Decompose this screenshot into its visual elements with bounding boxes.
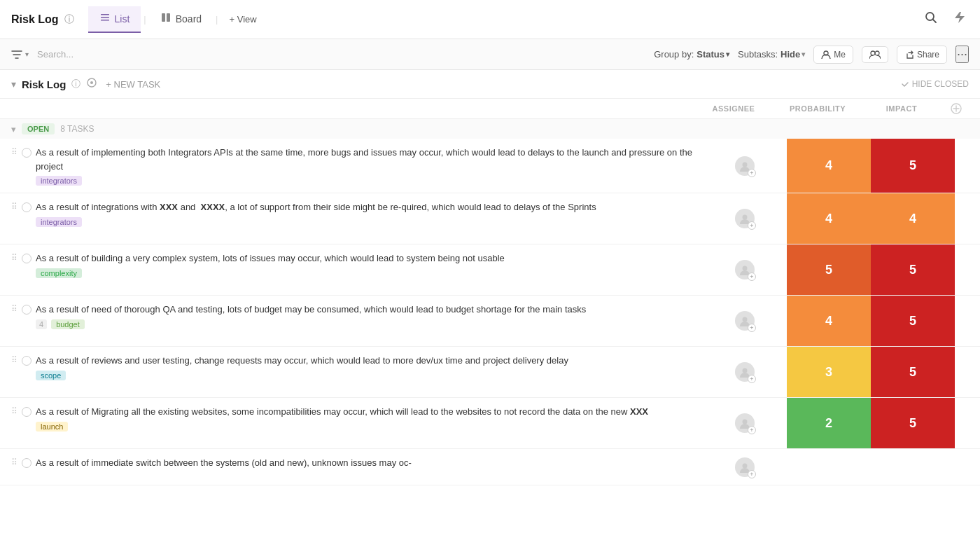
add-assignee-icon[interactable]: + xyxy=(748,169,756,177)
task-title[interactable]: As a result of integrations with XXX and… xyxy=(36,200,697,214)
impact-score[interactable]: 5 xyxy=(871,398,955,448)
task-tag[interactable]: launch xyxy=(36,422,68,432)
avatar[interactable]: + xyxy=(735,156,755,176)
impact-score[interactable]: 5 xyxy=(871,244,955,295)
more-button[interactable]: ··· xyxy=(955,46,969,63)
filter-button[interactable]: ▾ xyxy=(11,49,29,60)
task-checkbox[interactable] xyxy=(22,356,31,366)
add-assignee-icon[interactable]: + xyxy=(748,426,756,434)
task-title[interactable]: As a result of reviews and user testing,… xyxy=(36,354,697,368)
probability-score[interactable]: 2 xyxy=(787,398,871,448)
drag-handle[interactable]: ⠿ xyxy=(11,355,18,365)
search-button[interactable] xyxy=(921,8,941,31)
impact-score[interactable]: 5 xyxy=(871,296,955,346)
open-section-collapse[interactable]: ▾ xyxy=(11,124,16,134)
task-meta: complexity xyxy=(36,268,697,278)
table-row: ⠿ As a result of reviews and user testin… xyxy=(0,347,980,398)
task-checkbox[interactable] xyxy=(22,305,31,315)
impact-score[interactable]: 4 xyxy=(871,193,955,244)
probability-cell: 4 xyxy=(787,139,871,193)
task-content: As a result of immediate switch between … xyxy=(36,456,697,473)
task-tag[interactable]: scope xyxy=(36,371,66,380)
drag-handle[interactable]: ⠿ xyxy=(11,406,18,416)
task-tag[interactable]: budget xyxy=(51,319,85,329)
drag-handle[interactable]: ⠿ xyxy=(11,457,18,467)
impact-cell: 5 xyxy=(871,296,955,346)
probability-cell: 4 xyxy=(787,193,871,244)
header: Risk Log ⓘ List | Board | + View xyxy=(0,0,980,39)
task-title[interactable]: As a result of building a very complex s… xyxy=(36,251,697,265)
task-title[interactable]: As a result of Migrating all the existin… xyxy=(36,405,697,419)
probability-score[interactable]: 4 xyxy=(787,193,871,244)
add-assignee-icon[interactable]: + xyxy=(748,375,756,383)
drag-handle[interactable]: ⠿ xyxy=(11,202,18,212)
add-assignee-icon[interactable]: + xyxy=(748,272,756,281)
task-left-6: ⠿ As a result of Migrating all the exist… xyxy=(0,398,703,448)
avatar[interactable]: + xyxy=(735,362,755,382)
share-button[interactable]: Share xyxy=(897,46,947,64)
task-tag[interactable]: integrators xyxy=(36,217,82,227)
task-title[interactable]: As a result of implementing both Integra… xyxy=(36,146,697,173)
drag-handle[interactable]: ⠿ xyxy=(11,304,18,314)
task-checkbox[interactable] xyxy=(22,254,31,263)
avatar[interactable]: + xyxy=(735,311,755,331)
impact-column-header: IMPACT xyxy=(860,104,944,113)
task-content: As a result of integrations with XXX and… xyxy=(36,200,697,227)
group-by-value[interactable]: Status ▾ xyxy=(696,49,729,60)
avatar[interactable]: + xyxy=(735,260,755,280)
task-checkbox[interactable] xyxy=(22,407,31,417)
task-title[interactable]: As a result of immediate switch between … xyxy=(36,456,697,470)
section-info-icon[interactable]: ⓘ xyxy=(71,78,80,90)
assignees-button[interactable] xyxy=(862,46,888,63)
probability-score[interactable]: 4 xyxy=(787,296,871,346)
add-assignee-icon[interactable]: + xyxy=(748,324,756,332)
avatar[interactable]: + xyxy=(735,457,755,477)
tasks-count: 8 TASKS xyxy=(60,124,94,134)
probability-cell: 3 xyxy=(787,347,871,397)
avatar[interactable]: + xyxy=(735,209,755,228)
subtasks-value[interactable]: Hide ▾ xyxy=(780,49,805,60)
svg-rect-0 xyxy=(101,14,109,15)
header-actions xyxy=(921,8,969,31)
drag-handle[interactable]: ⠿ xyxy=(11,147,18,157)
board-icon xyxy=(160,12,172,26)
probability-column-header: PROBABILITY xyxy=(776,104,860,113)
avatar[interactable]: + xyxy=(735,413,755,433)
probability-score[interactable]: 3 xyxy=(787,347,871,397)
probability-cell xyxy=(787,449,871,485)
impact-score[interactable]: 5 xyxy=(871,139,955,193)
add-view-button[interactable]: + View xyxy=(221,10,265,29)
drag-handle[interactable]: ⠿ xyxy=(11,253,18,263)
task-assignee: + xyxy=(703,449,787,485)
task-number: 4 xyxy=(36,319,47,329)
probability-score[interactable]: 5 xyxy=(787,244,871,295)
task-title[interactable]: As a result of need of thorough QA and t… xyxy=(36,303,697,317)
add-assignee-icon[interactable]: + xyxy=(748,470,756,478)
task-checkbox[interactable] xyxy=(22,148,31,158)
probability-score[interactable]: 4 xyxy=(787,139,871,193)
task-checkbox[interactable] xyxy=(22,458,31,468)
search-area[interactable]: Search... xyxy=(37,49,645,60)
tab-list[interactable]: List xyxy=(88,6,141,33)
open-section-header: ▾ OPEN 8 TASKS xyxy=(0,119,980,139)
hide-closed-button[interactable]: HIDE CLOSED xyxy=(901,79,969,89)
section-customize-icon[interactable] xyxy=(86,77,97,91)
impact-cell: 5 xyxy=(871,347,955,397)
task-checkbox[interactable] xyxy=(22,202,31,212)
impact-cell: 5 xyxy=(871,139,955,193)
lightning-button[interactable] xyxy=(949,8,969,31)
add-assignee-icon[interactable]: + xyxy=(748,221,756,230)
task-tag[interactable]: integrators xyxy=(36,176,82,186)
add-column-button[interactable] xyxy=(944,103,969,114)
task-tag[interactable]: complexity xyxy=(36,268,82,278)
task-assignee: + xyxy=(703,398,787,448)
info-icon[interactable]: ⓘ xyxy=(64,13,74,26)
tab-board-label: Board xyxy=(176,13,202,25)
new-task-button[interactable]: + NEW TASK xyxy=(106,79,160,90)
tab-board[interactable]: Board xyxy=(149,6,213,33)
list-area: ▾ Risk Log ⓘ + NEW TASK HIDE CLOSED ASSI… xyxy=(0,70,980,552)
impact-score[interactable]: 5 xyxy=(871,347,955,397)
section-collapse-button[interactable]: ▾ xyxy=(11,78,16,90)
task-assignee: + xyxy=(703,139,787,193)
me-button[interactable]: Me xyxy=(813,46,853,64)
